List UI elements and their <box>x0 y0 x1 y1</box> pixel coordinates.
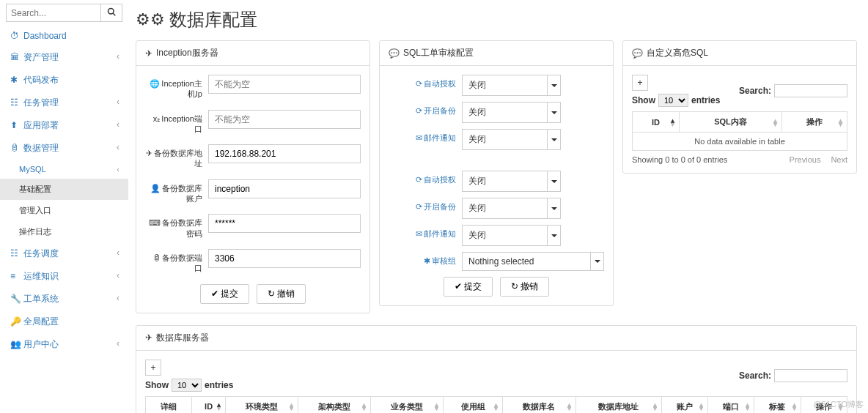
cogs-icon: ⚙⚙ <box>136 10 165 29</box>
sidebar-item[interactable]: ☷任务调度 <box>0 242 128 265</box>
sidebar-item[interactable]: ⬆应用部署 <box>0 114 128 137</box>
sidebar-search-input[interactable] <box>6 4 101 22</box>
prev-link[interactable]: Previous <box>790 155 821 164</box>
submit-button[interactable]: ✔ 提交 <box>444 277 493 297</box>
comment-icon: 💬 <box>389 48 400 59</box>
svg-point-0 <box>108 9 114 15</box>
db-entries-select[interactable]: 10 <box>172 379 202 392</box>
sidebar-item[interactable]: ≡运维知识 <box>0 265 128 288</box>
send-icon: ✈ <box>145 332 152 343</box>
table-header[interactable]: 数据库地址▴▾ <box>575 396 661 413</box>
sidebar-item[interactable]: 管理入口 <box>0 200 128 221</box>
col-sql[interactable]: SQL内容▴▾ <box>679 112 781 133</box>
sidebar-item[interactable]: ⏱Dashboard <box>0 26 128 46</box>
db-table: 详细ID▴▾环境类型▴▾架构类型▴▾业务类型▴▾使用组▴▾数据库名▴▾数据库地址… <box>145 396 847 413</box>
text-input[interactable] <box>208 214 361 233</box>
submit-button[interactable]: ✔ 提交 <box>200 284 249 304</box>
text-input[interactable] <box>208 144 361 163</box>
select-input[interactable]: 关闭 <box>462 171 561 192</box>
db-search-input[interactable] <box>774 369 847 382</box>
table-header[interactable]: 标签▴▾ <box>754 396 801 413</box>
col-id[interactable]: ID▴▾ <box>633 112 680 133</box>
select-input[interactable]: 关闭 <box>462 129 561 150</box>
sidebar-item[interactable]: 基础配置 <box>0 179 128 200</box>
sidebar-item[interactable]: 操作日志 <box>0 221 128 242</box>
select-input[interactable]: 关闭 <box>462 225 561 246</box>
next-link[interactable]: Next <box>831 155 847 164</box>
table-header[interactable]: 端口▴▾ <box>707 396 754 413</box>
table-header[interactable]: 使用组▴▾ <box>444 396 503 413</box>
select-input[interactable]: 关闭 <box>462 198 561 219</box>
col-action[interactable]: 操作▴▾ <box>782 112 847 133</box>
sidebar-item[interactable]: 🔑全局配置 <box>0 310 128 333</box>
add-db-button[interactable]: + <box>145 360 161 376</box>
table-header[interactable]: 架构类型▴▾ <box>298 396 370 413</box>
text-input[interactable] <box>208 110 361 129</box>
add-sql-button[interactable]: + <box>632 75 648 91</box>
table-header[interactable]: 数据库名▴▾ <box>503 396 575 413</box>
sql-search-input[interactable] <box>774 84 847 97</box>
reset-button[interactable]: ↻ 撤销 <box>257 284 306 304</box>
panel-inception: ✈Inception服务器 🌐Inception主机Ipx₂Inception端… <box>136 40 370 313</box>
table-header[interactable]: 业务类型▴▾ <box>371 396 444 413</box>
sidebar-item[interactable]: ✱代码发布 <box>0 69 128 92</box>
sidebar-search-button[interactable] <box>101 4 122 22</box>
sidebar-item[interactable]: 🔧工单系统 <box>0 288 128 310</box>
sidebar-item[interactable]: MySQL <box>0 160 128 179</box>
watermark: @51CTO博客 <box>814 399 864 410</box>
select-input[interactable]: 关闭 <box>462 102 561 123</box>
panel-sql-audit: 💬SQL工单审核配置 ⟳自动授权关闭⟳开启备份关闭✉邮件通知关闭⟳自动授权关闭⟳… <box>379 40 614 306</box>
sidebar-item[interactable]: 👥用户中心 <box>0 333 128 356</box>
table-header[interactable]: 详细 <box>146 396 192 413</box>
send-icon: ✈ <box>145 48 152 59</box>
sidebar-item[interactable]: 🏛资产管理 <box>0 46 128 69</box>
comment-icon: 💬 <box>632 48 643 59</box>
entries-select[interactable]: 10 <box>658 94 688 107</box>
text-input[interactable] <box>208 179 361 198</box>
select-input[interactable]: 关闭 <box>462 75 561 96</box>
panel-custom-sql: 💬自定义高危SQL + Show 10 entries Search <box>622 40 857 174</box>
select-input[interactable]: Nothing selected <box>462 252 604 271</box>
text-input[interactable] <box>208 249 361 268</box>
table-header[interactable]: ID▴▾ <box>192 396 225 413</box>
sidebar-item[interactable]: ☷任务管理 <box>0 92 128 114</box>
table-header[interactable]: 环境类型▴▾ <box>225 396 298 413</box>
page-title: ⚙⚙ 数据库配置 <box>136 8 857 31</box>
sidebar-item[interactable]: 🛢数据管理 <box>0 137 128 160</box>
panel-db-servers: ✈数据库服务器 + Show 10 entries Search: <box>136 325 857 413</box>
reset-button[interactable]: ↻ 撤销 <box>500 277 549 297</box>
text-input[interactable] <box>208 75 361 94</box>
svg-line-1 <box>113 13 115 15</box>
sql-table: ID▴▾ SQL内容▴▾ 操作▴▾ No data available in t… <box>632 111 847 151</box>
table-header[interactable]: 账户▴▾ <box>661 396 707 413</box>
